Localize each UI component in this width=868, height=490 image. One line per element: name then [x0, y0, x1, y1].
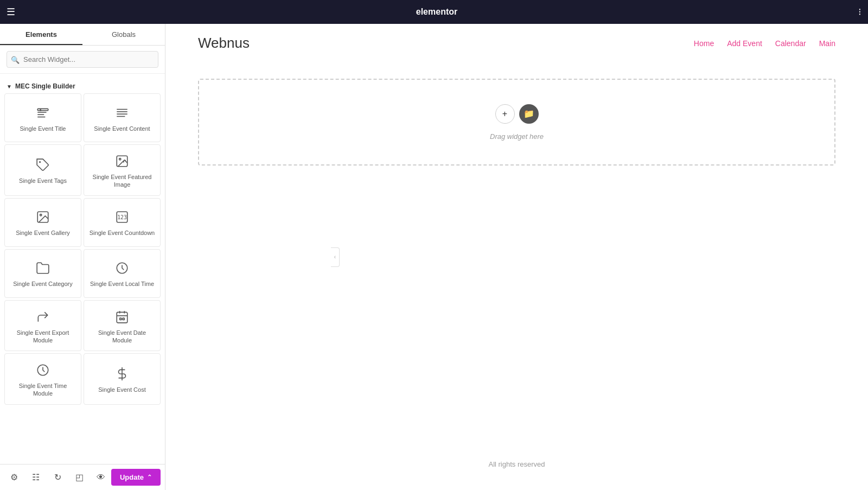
date-module-icon [114, 309, 130, 324]
widget-label: Single Event Countdown [90, 229, 155, 237]
search-input[interactable] [7, 51, 158, 68]
update-chevron-icon: ⌃ [147, 474, 152, 481]
widget-single-event-cost[interactable]: Single Event Cost [84, 353, 161, 405]
widget-single-event-content[interactable]: Single Event Content [84, 93, 161, 142]
svg-rect-0 [37, 109, 48, 110]
tags-icon [35, 157, 50, 173]
layers-icon[interactable]: ☷ [26, 468, 46, 487]
site-header: Webnus Home Add Event Calendar Main [165, 24, 868, 62]
cost-icon [114, 366, 130, 381]
preview-icon[interactable]: 👁 [91, 468, 111, 487]
responsive-icon[interactable]: ◰ [69, 468, 89, 487]
section-header-mec: ▼ MEC Single Builder [3, 78, 162, 93]
widget-single-event-gallery[interactable]: Single Event Gallery [4, 198, 81, 247]
gallery-icon [35, 209, 50, 225]
time-module-icon [35, 362, 50, 378]
content-icon [114, 105, 130, 120]
site-logo: Webnus [198, 35, 250, 52]
hamburger-icon[interactable]: ☰ [7, 6, 15, 18]
search-icon: 🔍 [11, 55, 20, 63]
collapse-handle[interactable]: ‹ [331, 247, 340, 267]
sidebar: Elements Globals 🔍 ▼ MEC Single Builder [0, 24, 165, 490]
settings-icon[interactable]: ⚙ [4, 468, 24, 487]
widget-label: Single Event Date Module [88, 329, 156, 345]
canvas-area: ‹ Webnus Home Add Event Calendar Main + … [165, 24, 868, 490]
history-icon[interactable]: ↻ [48, 468, 67, 487]
drop-text: Drag widget here [490, 132, 544, 141]
title-icon [35, 105, 50, 120]
svg-point-12 [40, 214, 42, 216]
nav-calendar[interactable]: Calendar [775, 39, 806, 48]
widget-label: Single Event Local Time [90, 280, 154, 288]
site-nav: Home Add Event Calendar Main [694, 39, 835, 48]
widget-label: Single Event Title [20, 125, 66, 132]
sidebar-tabs: Elements Globals [0, 24, 165, 46]
widget-label: Single Event Gallery [16, 229, 70, 237]
widget-label: Single Event Tags [19, 177, 67, 184]
nav-main[interactable]: Main [819, 39, 835, 48]
widget-single-event-tags[interactable]: Single Event Tags [4, 144, 81, 196]
nav-home[interactable]: Home [694, 39, 714, 48]
widget-label: Single Event Export Module [9, 329, 76, 345]
widget-label: Single Event Category [13, 280, 72, 288]
svg-rect-21 [123, 318, 124, 320]
add-section-button[interactable]: + [495, 104, 515, 124]
export-icon [35, 309, 50, 324]
grid-icon[interactable]: ⁝ [858, 6, 861, 18]
widget-list: ▼ MEC Single Builder Single Event Title [0, 74, 165, 464]
featured-image-icon [114, 154, 130, 169]
section-label: MEC Single Builder [15, 82, 75, 90]
widget-label: Single Event Content [94, 125, 150, 132]
widget-single-event-time-module[interactable]: Single Event Time Module [4, 353, 81, 405]
nav-add-event[interactable]: Add Event [727, 39, 762, 48]
section-chevron[interactable]: ▼ [7, 84, 12, 90]
footer-text: All rights reserved [488, 460, 545, 468]
main-layout: Elements Globals 🔍 ▼ MEC Single Builder [0, 24, 868, 490]
drop-zone: + 📁 Drag widget here [198, 79, 835, 166]
top-bar: ☰ elementor ⁝ [0, 0, 868, 24]
svg-point-10 [119, 158, 121, 160]
svg-text:123: 123 [117, 215, 127, 221]
widget-single-event-export-module[interactable]: Single Event Export Module [4, 300, 81, 352]
template-button[interactable]: 📁 [519, 104, 539, 124]
widget-single-event-featured-image[interactable]: Single Event Featured Image [84, 144, 161, 196]
widget-single-event-date-module[interactable]: Single Event Date Module [84, 300, 161, 352]
widget-single-event-local-time[interactable]: Single Event Local Time [84, 249, 161, 298]
widget-grid: Single Event Title Single Event Content … [3, 93, 162, 405]
widget-label: Single Event Cost [98, 386, 145, 393]
widget-single-event-title[interactable]: Single Event Title [4, 93, 81, 142]
search-bar: 🔍 [0, 46, 165, 74]
widget-label: Single Event Time Module [9, 382, 76, 398]
bottom-toolbar: ⚙ ☷ ↻ ◰ 👁 Update ⌃ [0, 464, 165, 490]
drop-zone-actions: + 📁 [495, 104, 539, 124]
widget-single-event-countdown[interactable]: 123 Single Event Countdown [84, 198, 161, 247]
category-icon [35, 260, 50, 276]
tab-elements[interactable]: Elements [0, 24, 82, 45]
countdown-icon: 123 [114, 209, 130, 225]
site-preview: Webnus Home Add Event Calendar Main + 📁 … [165, 24, 868, 490]
svg-rect-16 [117, 312, 127, 323]
update-button[interactable]: Update ⌃ [111, 469, 161, 486]
brand-logo: elementor [22, 7, 852, 17]
tab-globals[interactable]: Globals [82, 24, 165, 45]
local-time-icon [114, 260, 130, 276]
svg-rect-20 [120, 318, 122, 320]
widget-label: Single Event Featured Image [88, 173, 156, 189]
site-footer: All rights reserved [165, 438, 868, 490]
widget-single-event-category[interactable]: Single Event Category [4, 249, 81, 298]
